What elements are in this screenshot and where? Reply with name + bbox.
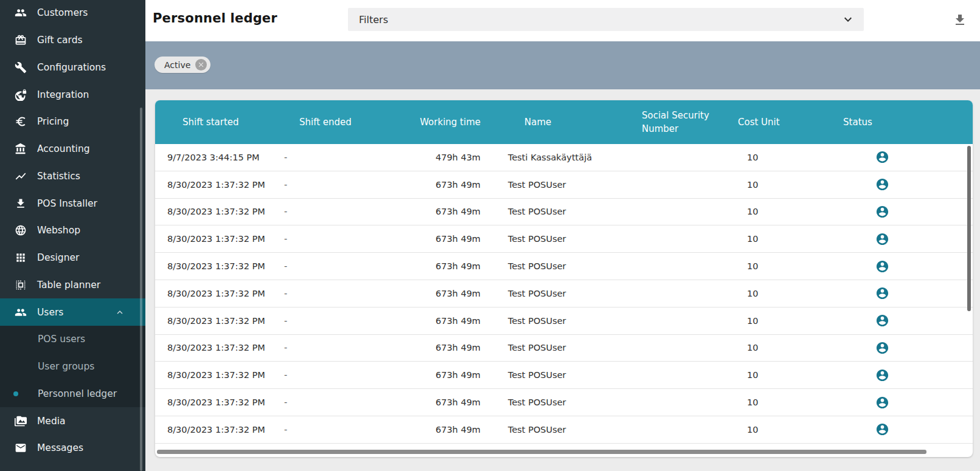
sidebar-item-personnel-ledger[interactable]: Personnel ledger: [0, 380, 145, 408]
cell-cost-unit: 10: [736, 425, 839, 435]
sidebar-item-accounting[interactable]: Accounting: [0, 136, 145, 163]
cell-name: Test POSUser: [484, 289, 633, 298]
cell-shift-ended: -: [274, 261, 386, 271]
user-status-icon[interactable]: [875, 422, 889, 436]
column-header-status: Status: [815, 115, 900, 129]
sidebar-item-pos-installer[interactable]: POS Installer: [0, 190, 145, 217]
table-row[interactable]: 8/30/2023 1:37:32 PM-673h 49mTest POSUse…: [155, 171, 973, 199]
sidebar-item-label: POS users: [38, 334, 85, 345]
table-row[interactable]: 8/30/2023 1:37:32 PM-673h 49mTest POSUse…: [155, 335, 973, 362]
sidebar-item-messages[interactable]: Messages: [0, 435, 145, 462]
cell-cost-unit: 10: [736, 370, 839, 380]
sidebar-item-integration[interactable]: Integration: [0, 81, 145, 108]
sidebar-item-label: Configurations: [37, 62, 106, 73]
table-row[interactable]: 8/30/2023 1:37:32 PM-673h 49mTest POSUse…: [155, 362, 973, 389]
user-status-icon[interactable]: [875, 205, 889, 219]
sidebar-item-label: Gift cards: [37, 35, 83, 46]
column-header-shift-ended: Shift ended: [274, 115, 386, 129]
grid-icon: [15, 252, 27, 264]
filters-dropdown[interactable]: Filters: [348, 8, 864, 31]
table-row[interactable]: 8/30/2023 1:37:32 PM-673h 49mTest POSUse…: [155, 253, 973, 280]
account-circle-icon: [875, 422, 889, 436]
cell-status: [839, 205, 925, 219]
cell-shift-ended: -: [274, 207, 386, 216]
sidebar-scrollbar[interactable]: [140, 108, 142, 471]
sidebar-item-customers[interactable]: Customers: [0, 0, 145, 27]
table-row[interactable]: 8/30/2023 1:37:32 PM-673h 49mTest POSUse…: [155, 225, 973, 253]
user-status-icon[interactable]: [875, 260, 889, 273]
cell-name: Test POSUser: [484, 425, 633, 435]
gift-card-icon: [15, 34, 27, 46]
cell-status: [839, 422, 925, 436]
sidebar-item-pricing[interactable]: Pricing: [0, 108, 145, 136]
sidebar-item-users[interactable]: Users: [0, 298, 145, 326]
cell-shift-ended: -: [274, 289, 386, 298]
cell-shift-ended: -: [274, 425, 386, 435]
table-row[interactable]: 8/30/2023 1:37:32 PM-673h 49mTest POSUse…: [155, 389, 973, 416]
cell-shift-started: 8/30/2023 1:37:32 PM: [155, 234, 274, 244]
cell-cost-unit: 10: [736, 397, 839, 407]
cell-name: Test POSUser: [484, 207, 633, 216]
user-status-icon[interactable]: [875, 368, 889, 382]
euro-icon: [15, 115, 27, 128]
cell-shift-ended: -: [274, 343, 386, 352]
table-horizontal-scrollbar[interactable]: [157, 450, 926, 454]
cell-shift-started: 8/30/2023 1:37:32 PM: [155, 207, 274, 216]
user-status-icon[interactable]: [875, 177, 889, 191]
topbar: Personnel ledger Filters: [145, 0, 980, 41]
cell-shift-started: 8/30/2023 1:37:32 PM: [155, 370, 274, 380]
cell-working-time: 673h 49m: [386, 261, 484, 271]
cell-shift-started: 8/30/2023 1:37:32 PM: [155, 316, 274, 326]
sidebar-item-pos-users[interactable]: POS users: [0, 326, 145, 353]
cell-shift-ended: -: [274, 397, 386, 407]
sidebar-item-gift-cards[interactable]: Gift cards: [0, 27, 145, 54]
sidebar-item-configurations[interactable]: Configurations: [0, 54, 145, 81]
table-vertical-scrollbar[interactable]: [967, 146, 971, 311]
user-status-icon[interactable]: [875, 286, 889, 300]
user-status-icon[interactable]: [875, 150, 889, 164]
sidebar-item-user-groups[interactable]: User groups: [0, 353, 145, 380]
remove-filter-icon[interactable]: [195, 59, 207, 70]
table-header-row: Shift startedShift endedWorking timeName…: [155, 100, 973, 144]
user-status-icon[interactable]: [875, 341, 889, 355]
sidebar-item-designer[interactable]: Designer: [0, 244, 145, 272]
table-row[interactable]: 8/30/2023 1:37:32 PM-673h 49mTest POSUse…: [155, 280, 973, 308]
user-status-icon[interactable]: [875, 396, 889, 410]
sidebar-item-webshop[interactable]: Webshop: [0, 217, 145, 244]
cell-cost-unit: 10: [736, 180, 839, 190]
cell-working-time: 673h 49m: [386, 234, 484, 244]
cell-cost-unit: 10: [736, 207, 839, 216]
email-icon: [15, 442, 27, 454]
cell-working-time: 673h 49m: [386, 397, 484, 407]
globe-lock-icon: [15, 89, 27, 101]
download-icon: [953, 13, 967, 27]
cell-status: [839, 286, 925, 300]
table-row[interactable]: 8/30/2023 1:37:32 PM-673h 49mTest POSUse…: [155, 416, 973, 444]
sidebar-item-label: Messages: [37, 442, 83, 453]
account-circle-icon: [875, 396, 889, 410]
filter-chip-label: Active: [164, 60, 190, 70]
sidebar-item-label: Table planner: [37, 280, 100, 291]
sidebar-item-media[interactable]: Media: [0, 407, 145, 435]
cell-cost-unit: 10: [736, 289, 839, 298]
table-row[interactable]: 8/30/2023 1:37:32 PM-673h 49mTest POSUse…: [155, 308, 973, 335]
user-status-icon[interactable]: [875, 232, 889, 246]
user-status-icon[interactable]: [875, 314, 889, 328]
account-circle-icon: [875, 260, 889, 273]
cell-cost-unit: 10: [736, 153, 839, 162]
table-row[interactable]: 9/7/2023 3:44:15 PM-479h 43mTesti Kassak…: [155, 144, 973, 171]
download-button[interactable]: [950, 10, 970, 31]
cell-name: Test POSUser: [484, 234, 633, 244]
account-circle-icon: [875, 286, 889, 300]
table-frame-icon: [15, 279, 27, 291]
cell-cost-unit: 10: [736, 261, 839, 271]
globe-icon: [15, 224, 27, 236]
sidebar-item-table-planner[interactable]: Table planner: [0, 272, 145, 299]
cell-shift-started: 9/7/2023 3:44:15 PM: [155, 153, 274, 162]
cell-cost-unit: 10: [736, 343, 839, 352]
table-row[interactable]: 8/30/2023 1:37:32 PM-673h 49mTest POSUse…: [155, 199, 973, 226]
sidebar-item-statistics[interactable]: Statistics: [0, 163, 145, 190]
media-icon: [15, 415, 27, 427]
filter-chip-active[interactable]: Active: [155, 57, 210, 73]
cell-working-time: 479h 43m: [386, 153, 484, 162]
